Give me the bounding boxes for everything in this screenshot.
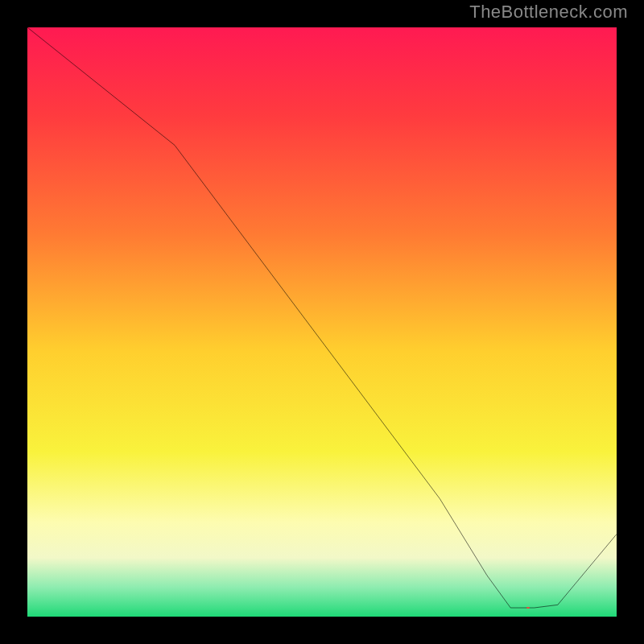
attribution-text: TheBottleneck.com [469, 2, 628, 23]
optimal-range-label [526, 607, 530, 609]
plot-area [24, 24, 620, 620]
chart-container: TheBottleneck.com [0, 0, 644, 644]
bottleneck-curve [27, 27, 617, 617]
